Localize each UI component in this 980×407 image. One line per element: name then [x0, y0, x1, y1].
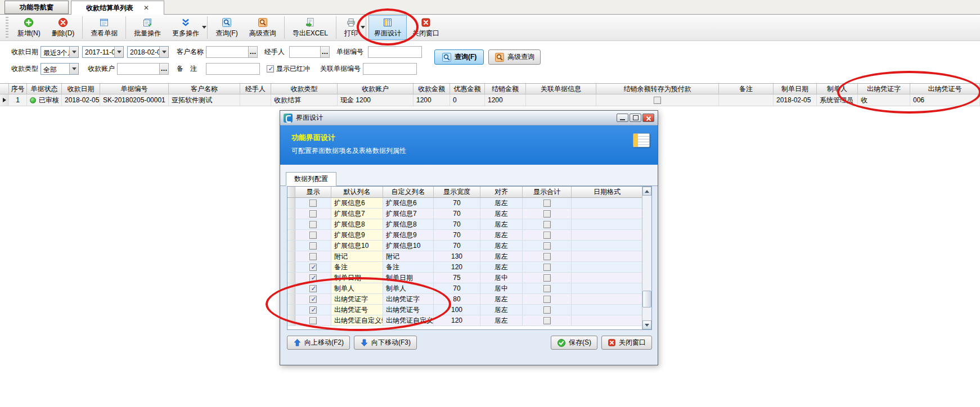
customer-input[interactable]: [206, 47, 248, 57]
config-cell-show-checkbox[interactable]: [295, 219, 331, 229]
tab-column-config[interactable]: 数据列配置: [286, 172, 336, 186]
cell-status[interactable]: 已审核: [27, 94, 62, 106]
cell-related[interactable]: [526, 94, 596, 106]
config-row-扩展信息10[interactable]: 扩展信息10扩展信息1070居左: [287, 241, 651, 251]
cell-make_date[interactable]: 2018-02-05: [774, 94, 817, 106]
combo-arrow-icon[interactable]: [159, 47, 168, 57]
vertical-scrollbar[interactable]: [642, 187, 651, 329]
col-header-status[interactable]: 单据状态: [27, 84, 62, 94]
show-checkbox[interactable]: [309, 232, 317, 239]
config-cell-default-col-name[interactable]: 出纳凭证字: [331, 294, 383, 304]
config-cell-custom-col-name[interactable]: 制单日期: [383, 273, 434, 283]
config-row-扩展信息6[interactable]: 扩展信息6扩展信息670居左: [287, 198, 651, 209]
col-header-make_date[interactable]: 制单日期: [774, 84, 817, 94]
config-cell-col-align[interactable]: 居左: [480, 305, 523, 315]
show-checkbox[interactable]: [309, 200, 317, 207]
cell-marker[interactable]: [0, 94, 9, 106]
config-cell-show-checkbox[interactable]: [295, 230, 331, 240]
cell-amount[interactable]: 1200: [413, 94, 450, 106]
date-from-select[interactable]: 2017-11-05: [82, 46, 124, 58]
config-cell-date-format[interactable]: [572, 198, 643, 208]
config-cell-custom-col-name[interactable]: 出纳凭证字: [383, 294, 434, 304]
print-button[interactable]: 打印: [339, 15, 363, 40]
scroll-up-icon[interactable]: [642, 187, 651, 196]
config-cell-custom-col-name[interactable]: 制单人: [383, 283, 434, 293]
config-cell-date-format[interactable]: [572, 241, 643, 251]
config-row-出纳凭证号[interactable]: 出纳凭证号出纳凭证号100居左: [287, 305, 651, 315]
config-cell-date-format[interactable]: [572, 315, 643, 325]
col-header-discount[interactable]: 优惠金额: [450, 84, 485, 94]
total-checkbox[interactable]: [543, 210, 551, 218]
cell-handler[interactable]: [240, 94, 271, 106]
config-cell-col-width[interactable]: 130: [434, 251, 480, 261]
col-header-remark[interactable]: 备注: [719, 84, 774, 94]
config-row-扩展信息9[interactable]: 扩展信息9扩展信息970居左: [287, 230, 651, 241]
cell-voucher_no[interactable]: 006: [910, 94, 980, 106]
new-button[interactable]: 新增(N): [12, 15, 46, 40]
cell-account[interactable]: 现金 1200: [338, 94, 413, 106]
config-cell-default-col-name[interactable]: 扩展信息6: [331, 198, 383, 208]
config-cell-col-align[interactable]: 居左: [480, 209, 523, 219]
config-cell-total-checkbox[interactable]: [523, 305, 572, 315]
config-cell-col-align[interactable]: 居左: [480, 315, 523, 325]
config-cell-date-format[interactable]: [572, 219, 643, 229]
show-checkbox[interactable]: [309, 317, 317, 324]
col-header-customer[interactable]: 客户名称: [169, 84, 240, 94]
minimize-button[interactable]: [617, 114, 628, 122]
show-reversed-checkbox[interactable]: [267, 65, 274, 73]
config-row-selector[interactable]: [287, 273, 295, 283]
config-cell-custom-col-name[interactable]: 扩展信息6: [383, 198, 434, 208]
config-row-selector[interactable]: [287, 283, 295, 293]
save-button[interactable]: 保存(S): [551, 336, 597, 350]
config-cell-total-checkbox[interactable]: [523, 273, 572, 283]
dropdown-arrow-icon[interactable]: [202, 26, 206, 29]
config-col-header-2[interactable]: 自定义列名: [383, 187, 434, 197]
transfer-checkbox[interactable]: [654, 97, 661, 104]
config-row-selector[interactable]: [287, 251, 295, 261]
scroll-down-icon[interactable]: [642, 320, 651, 329]
cell-discount[interactable]: 0: [450, 94, 485, 106]
batch-ops-button[interactable]: 批量操作: [128, 15, 167, 40]
col-header-seq[interactable]: 序号: [9, 84, 27, 94]
col-header-date[interactable]: 收款日期: [62, 84, 100, 94]
total-checkbox[interactable]: [543, 232, 551, 239]
tab-function-nav[interactable]: 功能导航窗: [5, 1, 69, 14]
config-cell-total-checkbox[interactable]: [523, 219, 572, 229]
dialog-close-window-button[interactable]: 关闭窗口: [601, 336, 652, 350]
config-cell-custom-col-name[interactable]: 扩展信息7: [383, 209, 434, 219]
related-doc-input[interactable]: [363, 64, 416, 74]
config-cell-default-col-name[interactable]: 扩展信息8: [331, 219, 383, 229]
config-cell-col-width[interactable]: 100: [434, 305, 480, 315]
config-cell-total-checkbox[interactable]: [523, 251, 572, 261]
col-header-related[interactable]: 关联单据信息: [526, 84, 596, 94]
cell-voucher_word[interactable]: 收: [858, 94, 910, 106]
config-cell-custom-col-name[interactable]: 备注: [383, 262, 434, 272]
move-down-button[interactable]: 向下移动(F3): [354, 336, 417, 350]
show-checkbox[interactable]: [309, 253, 317, 260]
combo-arrow-icon[interactable]: [69, 64, 78, 74]
dropdown-arrow-icon[interactable]: [361, 26, 365, 29]
config-row-制单日期[interactable]: 制单日期制单日期75居中: [287, 273, 651, 283]
config-cell-show-checkbox[interactable]: [295, 273, 331, 283]
config-col-header-0[interactable]: 显示: [295, 187, 331, 197]
combo-arrow-icon[interactable]: [69, 47, 78, 57]
config-cell-show-checkbox[interactable]: [295, 294, 331, 304]
config-cell-show-checkbox[interactable]: [295, 283, 331, 293]
config-cell-date-format[interactable]: [572, 294, 643, 304]
total-checkbox[interactable]: [543, 253, 551, 260]
config-cell-col-width[interactable]: 120: [434, 262, 480, 272]
config-cell-col-width[interactable]: 70: [434, 283, 480, 293]
config-cell-show-checkbox[interactable]: [295, 305, 331, 315]
config-cell-total-checkbox[interactable]: [523, 241, 572, 251]
view-doc-button[interactable]: 查看单据: [85, 15, 123, 40]
col-header-doc_no[interactable]: 单据编号: [100, 84, 169, 94]
handler-browse-button[interactable]: …: [320, 47, 329, 57]
config-cell-total-checkbox[interactable]: [523, 209, 572, 219]
show-checkbox[interactable]: [309, 285, 317, 292]
config-col-header-1[interactable]: 默认列名: [331, 187, 383, 197]
config-cell-col-width[interactable]: 70: [434, 230, 480, 240]
query-button[interactable]: 查询(F): [434, 49, 484, 65]
tab-close-icon[interactable]: ✕: [143, 4, 149, 12]
config-row-制单人[interactable]: 制单人制单人70居中: [287, 283, 651, 294]
config-cell-col-align[interactable]: 居左: [480, 198, 523, 208]
